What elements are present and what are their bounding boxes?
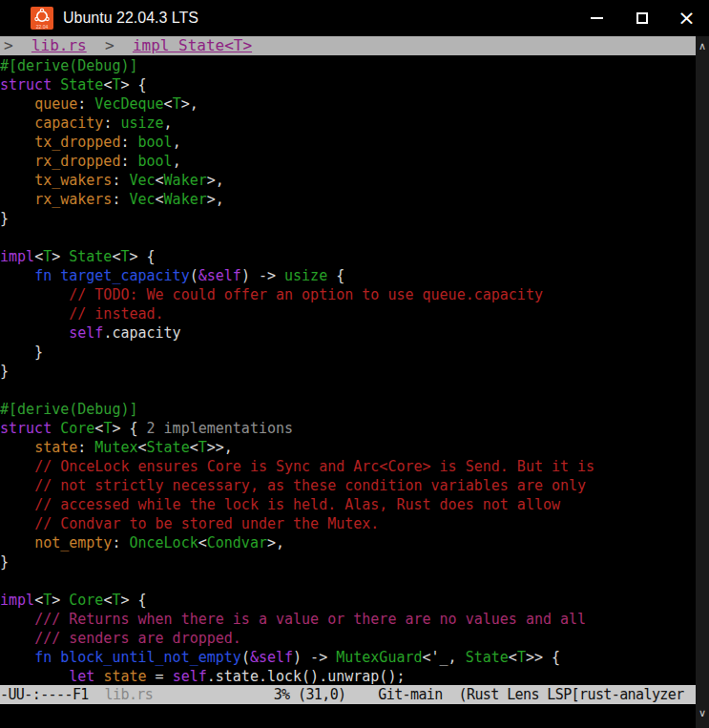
code-line: fn target_capacity(&self) -> usize { — [0, 266, 696, 285]
code-line: // accessed while the lock is held. Alas… — [0, 495, 696, 514]
code-line: struct State<T> { — [0, 75, 696, 94]
code-line: not_empty: OnceLock<Condvar>, — [0, 533, 696, 552]
ubuntu-logo-icon: 22.04 — [31, 7, 53, 30]
code-line: // not strictly necessary, as these cond… — [0, 476, 696, 495]
code-line: tx_dropped: bool, — [0, 133, 696, 152]
code-line: tx_wakers: Vec<Waker>, — [0, 171, 696, 190]
code-line: fn block_until_not_empty(&self) -> Mutex… — [0, 648, 696, 667]
code-line: /// Returns when there is a value or the… — [0, 610, 696, 629]
code-line: // Condvar to be stored under the Mutex. — [0, 514, 696, 533]
mode-line[interactable]: -UU-:----F1 lib.rs 3% (31,0) Git-main (R… — [0, 685, 696, 704]
scrollbar[interactable]: ∧ ∨ — [696, 36, 709, 728]
minimize-button[interactable] — [574, 0, 619, 36]
code-line: self.capacity — [0, 323, 696, 343]
maximize-icon — [636, 12, 648, 24]
code-line: // instead. — [0, 304, 696, 323]
code-line: #[derive(Debug)] — [0, 400, 696, 419]
svg-text:22.04: 22.04 — [36, 24, 49, 30]
scroll-down-icon[interactable]: ∨ — [696, 703, 709, 722]
code-line: } — [0, 209, 696, 228]
close-button[interactable]: × — [664, 0, 709, 36]
code-line: } — [0, 552, 696, 572]
window-title: Ubuntu 22.04.3 LTS — [63, 10, 574, 27]
code-line — [0, 572, 696, 591]
code-editor[interactable]: #[derive(Debug)]struct State<T> { queue:… — [0, 55, 696, 685]
code-line: state: Mutex<State<T>>, — [0, 438, 696, 457]
titlebar[interactable]: 22.04 Ubuntu 22.04.3 LTS × — [0, 0, 709, 36]
echo-area[interactable] — [0, 704, 696, 728]
code-line: struct Core<T> { 2 implementations — [0, 419, 696, 438]
mode-line-segment: 3% (31,0) Git-main (Rust Lens LSP[rust-a… — [153, 686, 683, 703]
code-line: capacity: usize, — [0, 114, 696, 133]
code-line: let state = self.state.lock().unwrap(); — [0, 667, 696, 685]
window-controls: × — [574, 0, 709, 36]
code-line: // OnceLock ensures Core is Sync and Arc… — [0, 457, 696, 476]
mode-line-segment: -UU-:----F1 — [0, 686, 105, 703]
chevron-right-icon: > — [105, 36, 133, 54]
code-line: // TODO: We could offer an option to use… — [0, 285, 696, 304]
chevron-right-icon: > — [4, 36, 31, 54]
mode-line-segment: lib.rs — [105, 686, 154, 703]
breadcrumb-item[interactable]: lib.rs — [31, 36, 87, 54]
code-line: rx_dropped: bool, — [0, 152, 696, 171]
code-line: rx_wakers: Vec<Waker>, — [0, 190, 696, 209]
scroll-up-icon[interactable]: ∧ — [696, 36, 709, 55]
code-line: } — [0, 343, 696, 362]
breadcrumb-item[interactable]: impl State<T> — [133, 36, 252, 54]
code-line: queue: VecDeque<T>, — [0, 94, 696, 114]
terminal-window: 22.04 Ubuntu 22.04.3 LTS × > lib.rs > im… — [0, 0, 709, 728]
code-line — [0, 381, 696, 400]
code-line: } — [0, 362, 696, 381]
code-line: impl<T> Core<T> { — [0, 591, 696, 610]
breadcrumb: > lib.rs > impl State<T> — [0, 36, 696, 55]
code-line: impl<T> State<T> { — [0, 247, 696, 266]
close-icon: × — [678, 8, 695, 29]
minimize-icon — [591, 17, 603, 19]
maximize-button[interactable] — [619, 0, 664, 36]
code-line: /// senders are dropped. — [0, 629, 696, 648]
code-line: #[derive(Debug)] — [0, 56, 696, 75]
code-line — [0, 228, 696, 247]
